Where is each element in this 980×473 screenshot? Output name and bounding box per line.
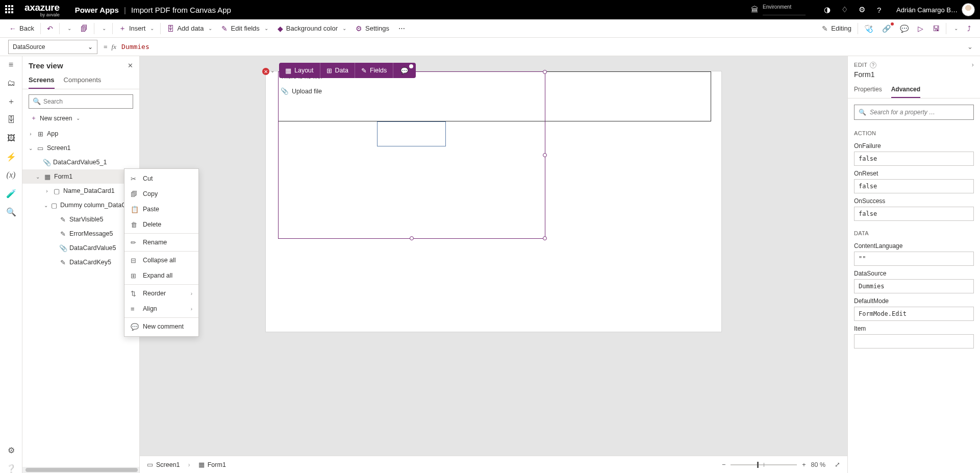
app-launcher-icon[interactable] bbox=[5, 5, 14, 14]
tab-screens[interactable]: Screens bbox=[29, 72, 55, 89]
tab-components[interactable]: Components bbox=[64, 72, 102, 89]
tree-h-scrollbar[interactable] bbox=[22, 467, 139, 473]
edit-fields-button[interactable]: ✎Edit fields⌄ bbox=[217, 20, 272, 37]
tree-node-datacardvalue51[interactable]: 📎DataCardValue5_1 bbox=[22, 155, 139, 169]
resize-handle-mid-right[interactable] bbox=[543, 153, 547, 157]
zoom-in-button[interactable]: + bbox=[802, 461, 806, 468]
pill-fields[interactable]: ✎Fields bbox=[355, 63, 393, 78]
checker-button[interactable]: 🩺 bbox=[860, 20, 877, 37]
tree-node-app[interactable]: ›⊞App bbox=[22, 127, 139, 141]
formula-input[interactable]: Dummies bbox=[121, 41, 960, 53]
settings-gear-icon[interactable]: ⚙ bbox=[858, 6, 866, 14]
props-search-input[interactable] bbox=[854, 105, 974, 120]
overflow-button[interactable]: ⋯ bbox=[394, 20, 409, 37]
menu-expand-all[interactable]: ⊞Expand all bbox=[124, 268, 198, 283]
insert-button[interactable]: ＋Insert⌄ bbox=[115, 20, 159, 37]
menu-new-comment[interactable]: 💬New comment bbox=[124, 319, 198, 334]
prop-value-onreset[interactable]: false bbox=[854, 179, 974, 193]
insert-pane-icon[interactable]: ＋ bbox=[7, 97, 16, 106]
breadcrumb-screen1[interactable]: ▭Screen1 bbox=[147, 461, 180, 468]
tree-node-starvisible5[interactable]: ✎StarVisible5 bbox=[22, 212, 139, 227]
prop-value-item[interactable] bbox=[854, 334, 974, 348]
prop-value-datasource[interactable]: Dummies bbox=[854, 279, 974, 293]
preview-button[interactable]: ▷ bbox=[914, 20, 927, 37]
back-button[interactable]: ←Back bbox=[5, 20, 38, 37]
tab-advanced[interactable]: Advanced bbox=[891, 83, 920, 98]
add-data-button[interactable]: 🗄Add data⌄ bbox=[163, 20, 216, 37]
brand-line1: axazure bbox=[24, 3, 60, 12]
mini-chevron-icon[interactable]: ⌄ bbox=[270, 68, 274, 73]
close-icon[interactable]: ✕ bbox=[128, 62, 133, 69]
comments-button[interactable]: 💬 bbox=[896, 20, 913, 37]
prop-value-defaultmode[interactable]: FormMode.Edit bbox=[854, 307, 974, 321]
rail-settings-icon[interactable]: ⚙ bbox=[7, 445, 16, 455]
clipboard-button[interactable]: 🗐 bbox=[77, 20, 92, 37]
tree-view-icon[interactable]: 🗂 bbox=[7, 79, 16, 88]
share-button[interactable]: 🔗 bbox=[878, 20, 895, 37]
fit-to-screen-icon[interactable]: ⤢ bbox=[835, 461, 840, 468]
editing-mode-button[interactable]: ✎Editing bbox=[818, 20, 856, 37]
tree-node-datacardkey5[interactable]: ✎DataCardKey5 bbox=[22, 255, 139, 269]
form1-selection[interactable] bbox=[278, 71, 545, 239]
save-split[interactable]: ⌄ bbox=[948, 20, 962, 37]
tree-node-dummy-datacard4[interactable]: ⌄▢Dummy column_DataCard4 bbox=[22, 198, 139, 212]
prop-value-contentlanguage[interactable]: "" bbox=[854, 252, 974, 266]
menu-rename[interactable]: ✏Rename bbox=[124, 235, 198, 250]
pill-data[interactable]: ⊞Data bbox=[320, 63, 355, 78]
tests-pane-icon[interactable]: 🧪 bbox=[7, 189, 16, 198]
clipboard-split[interactable]: ⌄ bbox=[96, 20, 110, 37]
tree-node-errormessage5[interactable]: ✎ErrorMessage5 bbox=[22, 227, 139, 241]
undo-button[interactable]: ↶ bbox=[43, 20, 57, 37]
prop-value-onfailure[interactable]: false bbox=[854, 152, 974, 166]
environment-picker[interactable]: 🏛 Environment bbox=[751, 4, 806, 15]
ask-virtual-agent-icon[interactable]: ❔ bbox=[7, 464, 16, 473]
save-button[interactable]: 🖫 bbox=[928, 20, 944, 37]
user-menu[interactable]: Adrián Camargo B… bbox=[896, 3, 975, 16]
menu-cut[interactable]: ✂Cut bbox=[124, 171, 198, 186]
tree-node-datacardvalue5[interactable]: 📎DataCardValue5 bbox=[22, 241, 139, 255]
resize-handle-top-right[interactable] bbox=[543, 70, 547, 74]
tab-properties[interactable]: Properties bbox=[854, 83, 882, 98]
breadcrumb-form1[interactable]: ▦Form1 bbox=[198, 461, 226, 468]
settings-button[interactable]: ⚙Settings bbox=[351, 20, 393, 37]
pill-layout[interactable]: ▦Layout bbox=[279, 63, 320, 78]
artboard[interactable]: ▦Layout ⊞Data ✎Fields 💬 ✕ ⌄ There is no … bbox=[266, 71, 721, 332]
variables-pane-icon[interactable]: (x) bbox=[7, 170, 16, 180]
flows-pane-icon[interactable]: ⚡ bbox=[7, 152, 16, 161]
canvas-stage[interactable]: ▦Layout ⊞Data ✎Fields 💬 ✕ ⌄ There is no … bbox=[140, 56, 847, 456]
notifications-icon[interactable]: ♢ bbox=[840, 6, 848, 14]
menu-collapse-all[interactable]: ⊟Collapse all bbox=[124, 253, 198, 268]
error-badge-icon[interactable]: ✕ bbox=[262, 68, 269, 75]
copilot-icon[interactable]: ◑ bbox=[823, 6, 831, 14]
zoom-out-button[interactable]: − bbox=[722, 461, 725, 468]
search-pane-icon[interactable]: 🔍 bbox=[7, 207, 16, 216]
property-selector[interactable]: DataSource ⌄ bbox=[8, 40, 97, 54]
media-pane-icon[interactable]: 🖼 bbox=[7, 134, 16, 143]
tree-node-name-datacard1[interactable]: ›▢Name_DataCard1 bbox=[22, 184, 139, 198]
formula-expand-button[interactable]: ⌄ bbox=[960, 43, 980, 51]
menu-paste[interactable]: 📋Paste bbox=[124, 202, 198, 217]
menu-align[interactable]: ≡Align› bbox=[124, 301, 198, 316]
bg-color-button[interactable]: ◆Background color⌄ bbox=[273, 20, 350, 37]
tree-node-screen1[interactable]: ⌄▭Screen1 bbox=[22, 141, 139, 155]
tree-search-input[interactable] bbox=[29, 94, 133, 109]
chevron-right-icon[interactable]: › bbox=[972, 61, 974, 68]
publish-button[interactable]: ⤴ bbox=[963, 20, 975, 37]
data-pane-icon[interactable]: 🗄 bbox=[7, 115, 16, 125]
zoom-slider[interactable] bbox=[731, 464, 797, 465]
resize-handle-bottom-mid[interactable] bbox=[410, 236, 414, 240]
menu-copy[interactable]: 🗐Copy bbox=[124, 186, 198, 202]
tree-node-form1[interactable]: ⌄▦Form1 ⋯ bbox=[22, 169, 139, 184]
help-icon[interactable]: ? bbox=[870, 62, 876, 68]
menu-reorder[interactable]: ⇅Reorder› bbox=[124, 286, 198, 301]
pill-comments[interactable]: 💬 bbox=[393, 63, 416, 78]
new-screen-button[interactable]: ＋ New screen ⌄ bbox=[22, 112, 139, 127]
hamburger-icon[interactable]: ≡ bbox=[7, 60, 16, 69]
resize-handle-bottom-right[interactable] bbox=[543, 236, 547, 240]
help-icon[interactable]: ? bbox=[875, 6, 883, 14]
undo-split[interactable]: ⌄ bbox=[62, 20, 76, 37]
tree-search: 🔍 bbox=[29, 94, 133, 109]
menu-delete[interactable]: 🗑Delete bbox=[124, 217, 198, 232]
prop-value-onsuccess[interactable]: false bbox=[854, 207, 974, 221]
environment-value-redacted bbox=[763, 10, 806, 15]
